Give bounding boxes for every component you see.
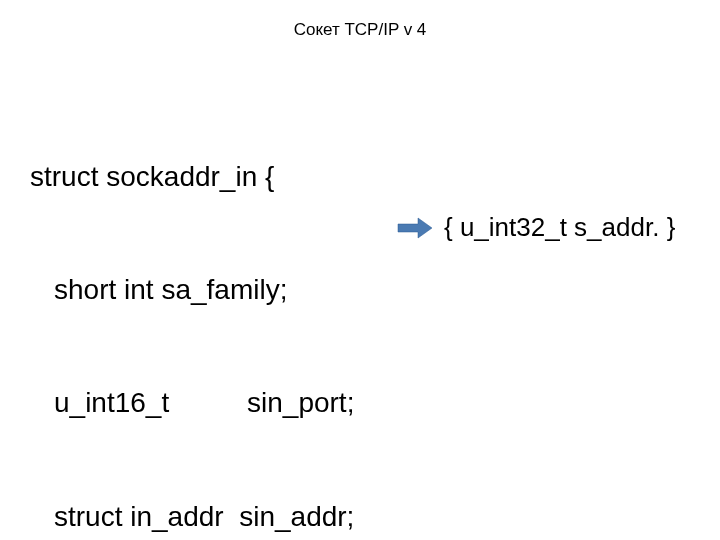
annotation-group: { u_int32_t s_addr. } xyxy=(396,212,675,243)
arrow-right-icon xyxy=(396,216,434,240)
code-field-sin-addr: sin_addr; xyxy=(239,501,354,532)
code-line-struct-open: struct sockaddr_in { xyxy=(30,158,354,196)
code-field-sin-port: sin_port; xyxy=(247,387,354,418)
slide-title: Сокет TCP/IP v 4 xyxy=(0,20,720,40)
code-line-sin-port: u_int16_t sin_port; xyxy=(30,384,354,422)
code-line-sin-addr: struct in_addr sin_addr; xyxy=(30,498,354,536)
code-block: struct sockaddr_in { short int sa_family… xyxy=(30,82,354,540)
code-type-uint16: u_int16_t xyxy=(54,387,169,418)
code-type-in-addr: struct in_addr xyxy=(54,501,224,532)
code-line-sa-family: short int sa_family; xyxy=(30,271,354,309)
annotation-text: { u_int32_t s_addr. } xyxy=(444,212,675,243)
